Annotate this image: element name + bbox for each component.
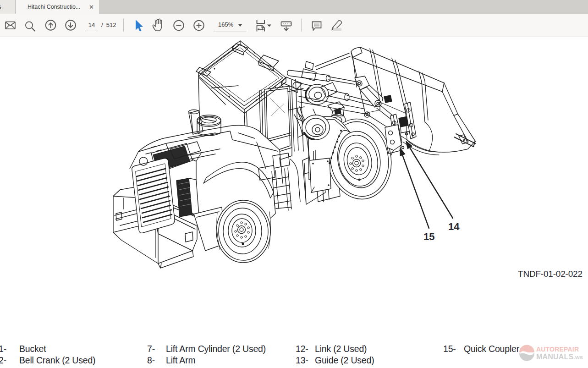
svg-text:MANUALS.ws: MANUALS.ws — [536, 353, 583, 361]
svg-text:AUTOREPAIR: AUTOREPAIR — [536, 346, 579, 353]
